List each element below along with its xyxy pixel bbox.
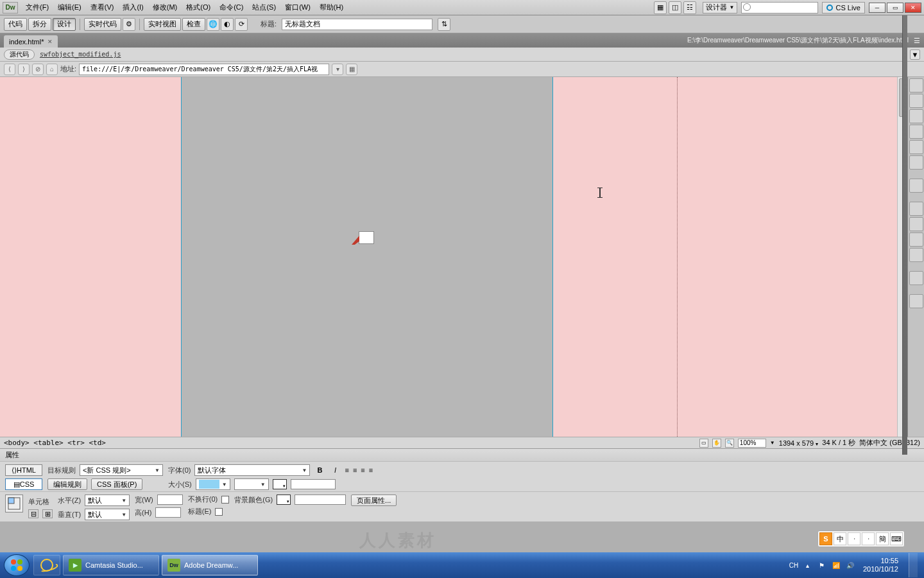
- vert-combo[interactable]: 默认▼: [85, 509, 130, 520]
- address-dropdown-icon[interactable]: ▾: [332, 64, 343, 75]
- doc-menu-icon[interactable]: ☰: [914, 37, 920, 45]
- width-field[interactable]: [157, 495, 183, 505]
- doc-title-input[interactable]: [282, 19, 432, 30]
- italic-button[interactable]: I: [329, 466, 341, 474]
- ap-elements-panel-icon[interactable]: [909, 109, 923, 123]
- taskbar-clock[interactable]: 10:552010/10/12: [859, 557, 902, 574]
- target-rule-combo[interactable]: <新 CSS 规则>▼: [80, 464, 163, 476]
- tray-flag-icon[interactable]: ⚑: [817, 560, 827, 570]
- ime-softkbd-icon[interactable]: ⌨: [890, 532, 903, 545]
- filter-icon[interactable]: ▼: [910, 49, 920, 60]
- align-justify-icon[interactable]: ≡: [369, 466, 373, 474]
- size-unit-combo[interactable]: ▼: [234, 478, 269, 490]
- nav-fwd-icon[interactable]: ⟩: [18, 64, 30, 75]
- tray-network-icon[interactable]: 📶: [831, 560, 841, 570]
- split-cell-icon[interactable]: ⊞: [42, 509, 53, 518]
- show-desktop-button[interactable]: [909, 553, 918, 577]
- text-color-swatch[interactable]: ▾: [273, 479, 287, 489]
- ime-width-button[interactable]: ᐧ: [862, 532, 875, 545]
- css-styles-panel-icon[interactable]: [909, 94, 923, 108]
- ime-trad-button[interactable]: 簡: [876, 532, 889, 545]
- menu-i[interactable]: 插入(I): [119, 1, 147, 14]
- header-checkbox[interactable]: [215, 508, 223, 516]
- flash-placeholder-icon[interactable]: [359, 231, 374, 244]
- ime-logo-icon[interactable]: S: [819, 532, 832, 545]
- menu-e[interactable]: 编辑(E): [54, 1, 85, 14]
- properties-header[interactable]: 属性: [0, 449, 924, 462]
- lang-indicator[interactable]: CH: [789, 560, 799, 570]
- ime-lang-button[interactable]: 中: [834, 532, 846, 545]
- align-left-icon[interactable]: ≡: [345, 466, 348, 474]
- window-maximize[interactable]: ▭: [887, 3, 903, 13]
- menu-o[interactable]: 格式(O): [182, 1, 214, 14]
- bindings-panel-icon[interactable]: [909, 294, 923, 308]
- menu-w[interactable]: 窗口(W): [281, 1, 314, 14]
- align-right-icon[interactable]: ≡: [361, 466, 364, 474]
- insert-panel-icon[interactable]: [909, 78, 923, 92]
- height-field[interactable]: [155, 507, 181, 518]
- refresh-icon[interactable]: ⟳: [235, 18, 248, 31]
- bgcolor-field[interactable]: [295, 495, 346, 505]
- browser-preview-icon[interactable]: 🌐: [207, 18, 219, 31]
- address-field[interactable]: file:///E|/李/Dreamweaver/Dreamweaver CS5…: [79, 64, 329, 75]
- start-button[interactable]: [4, 554, 30, 576]
- menu-c[interactable]: 命令(C): [216, 1, 247, 14]
- menu-v[interactable]: 查看(V): [87, 1, 118, 14]
- edit-rule-button[interactable]: 编辑规则: [47, 478, 87, 490]
- behaviors-panel-icon[interactable]: [909, 217, 923, 231]
- table-cell[interactable]: [181, 77, 553, 437]
- horiz-combo[interactable]: 默认▼: [85, 495, 130, 506]
- nav-home-icon[interactable]: ⌂: [46, 64, 58, 75]
- menu-s[interactable]: 站点(S): [248, 1, 280, 14]
- bold-button[interactable]: B: [314, 466, 325, 474]
- tag-breadcrumb[interactable]: <body> <table> <tr> <td>: [4, 439, 106, 447]
- zoom-dropdown-icon[interactable]: ▼: [770, 440, 775, 446]
- source-code-chip[interactable]: 源代码: [4, 49, 35, 60]
- history-panel-icon[interactable]: [909, 232, 923, 247]
- frames-panel-icon[interactable]: [909, 179, 923, 193]
- document-tab[interactable]: index.html* ✕: [4, 35, 58, 48]
- layout-stack-icon[interactable]: ☷: [683, 1, 696, 14]
- assets-panel-icon[interactable]: [909, 155, 923, 170]
- view-design-button[interactable]: 设计: [53, 18, 76, 31]
- taskbar-camtasia[interactable]: ▶Camtasia Studio...: [63, 555, 159, 575]
- nav-back-icon[interactable]: ⟨: [4, 64, 15, 75]
- bgcolor-swatch[interactable]: ▾: [277, 495, 291, 505]
- canvas-dimensions[interactable]: 1394 x 579 ▾: [779, 439, 819, 447]
- align-center-icon[interactable]: ≡: [353, 466, 357, 474]
- workspace-switcher[interactable]: 设计器▼: [703, 2, 738, 13]
- files-panel-icon[interactable]: [909, 140, 923, 154]
- tray-volume-icon[interactable]: 🔊: [845, 560, 855, 570]
- window-minimize[interactable]: ─: [869, 3, 886, 13]
- pinned-ie[interactable]: [33, 555, 60, 575]
- server-behaviors-icon[interactable]: [909, 248, 923, 262]
- text-color-field[interactable]: [291, 479, 336, 489]
- business-catalyst-icon[interactable]: [909, 125, 923, 139]
- ime-toolbar[interactable]: S 中 ᐧ ᐧ 簡 ⌨: [817, 530, 905, 547]
- panel-collapse-handle[interactable]: [902, 15, 907, 455]
- zoom-field[interactable]: [738, 439, 766, 448]
- taskbar-dreamweaver[interactable]: DwAdobe Dreamw...: [162, 555, 258, 575]
- ime-punct-button[interactable]: ᐧ: [848, 532, 860, 545]
- page-properties-button[interactable]: 页面属性...: [351, 495, 397, 506]
- view-split-button[interactable]: 拆分: [28, 18, 51, 31]
- file-mgmt-icon[interactable]: ⇅: [438, 18, 450, 31]
- visual-aids-icon[interactable]: ◐: [221, 18, 234, 31]
- size-combo[interactable]: ▼: [196, 478, 230, 490]
- close-icon[interactable]: ✕: [47, 39, 53, 45]
- html-mode-button[interactable]: ⟨⟩ HTML: [5, 464, 42, 476]
- window-close[interactable]: ✕: [905, 3, 921, 13]
- layout-split-icon[interactable]: ◫: [669, 1, 681, 14]
- related-file-link[interactable]: swfobject_modified.js: [40, 51, 121, 58]
- view-code-button[interactable]: 代码: [4, 18, 27, 31]
- tag-inspector-icon[interactable]: [909, 202, 923, 216]
- search-input[interactable]: [741, 2, 818, 13]
- zoom-tool-icon[interactable]: 🔍: [725, 439, 734, 448]
- menu-f[interactable]: 文件(F): [22, 1, 53, 14]
- address-go-icon[interactable]: ▦: [346, 64, 357, 75]
- nowrap-checkbox[interactable]: [221, 496, 229, 504]
- livecode-opts-icon[interactable]: ⚙: [123, 18, 135, 31]
- liveview-button[interactable]: 实时视图: [144, 18, 181, 31]
- design-canvas[interactable]: [0, 77, 907, 437]
- tray-chevron-icon[interactable]: ▴: [803, 560, 813, 570]
